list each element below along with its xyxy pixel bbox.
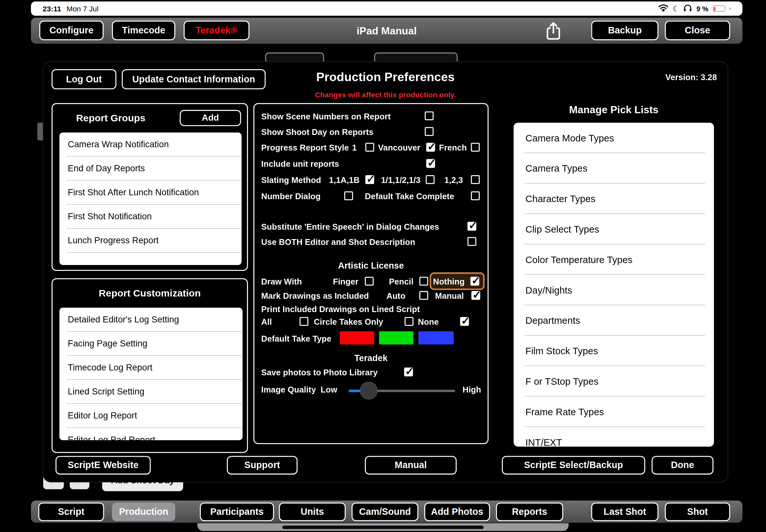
report-groups-panel: Report Groups Add Camera Wrap Notificati… <box>52 103 248 271</box>
pick-list-item[interactable]: Clip Select Types <box>514 214 714 245</box>
include-unit-reports-checkbox[interactable] <box>426 159 435 168</box>
report-customization-title: Report Customization <box>53 288 247 299</box>
draw-finger-checkbox[interactable] <box>365 277 373 285</box>
pick-list-item[interactable]: Camera Mode Types <box>514 123 714 153</box>
pick-list-item[interactable]: Day/Nights <box>514 275 714 305</box>
pref-label: Mark Drawings as Included <box>261 292 369 301</box>
teradek-button[interactable]: Teradek® <box>184 21 249 41</box>
artistic-license-header: Artistic License <box>254 260 488 271</box>
report-groups-list: Camera Wrap Notification End of Day Repo… <box>59 132 241 265</box>
pref-label: Show Scene Numbers on Report <box>261 112 391 122</box>
option-label: 1 <box>352 143 357 153</box>
pick-list-item[interactable]: Frame Rate Types <box>514 396 714 427</box>
list-item[interactable]: End of Day Reports <box>59 157 241 181</box>
list-item[interactable]: Lunch Progress Report <box>59 229 241 253</box>
option-label: Auto <box>387 292 406 301</box>
list-item[interactable]: Lined Script Setting <box>59 380 242 404</box>
pick-list-item[interactable]: F or TStop Types <box>514 366 714 397</box>
list-item[interactable]: Editor Log Pad Report <box>59 428 242 440</box>
tab-production[interactable]: Production <box>112 502 175 521</box>
mark-auto-checkbox[interactable] <box>420 291 428 300</box>
clock: 23:11 <box>43 5 61 13</box>
pick-list-item[interactable]: Color Temperature Types <box>514 244 714 275</box>
pref-label: Print Included Drawings on Lined Script <box>261 305 420 314</box>
slating-1-checkbox[interactable] <box>365 175 374 184</box>
slating-2-checkbox[interactable] <box>426 175 435 184</box>
backup-button[interactable]: Backup <box>591 21 658 41</box>
pick-list-item[interactable]: INT/EXT <box>514 427 714 447</box>
add-report-group-button[interactable]: Add <box>180 110 241 126</box>
tab-units[interactable]: Units <box>279 502 346 521</box>
tab-cam-sound[interactable]: Cam/Sound <box>351 502 419 521</box>
image-quality-slider[interactable] <box>348 390 455 392</box>
battery-percent: 9 % <box>697 5 708 12</box>
print-none-checkbox[interactable] <box>460 317 469 326</box>
scripte-website-button[interactable]: ScriptE Website <box>55 456 151 474</box>
style-1-checkbox[interactable] <box>365 143 374 151</box>
pref-label: Show Shoot Day on Reports <box>261 127 373 137</box>
report-groups-title: Report Groups <box>76 112 145 124</box>
list-item[interactable]: Detailed Editor's Log Setting <box>59 308 242 332</box>
screen: Add Shoot Day 23:11 Mon 7 Jul ☾ <box>0 0 766 532</box>
teradek-header: Teradek <box>254 353 488 364</box>
version-label: Version: 3.28 <box>665 73 717 82</box>
pick-list-item[interactable]: Departments <box>514 305 714 336</box>
pick-list-item[interactable]: Character Types <box>514 184 714 214</box>
home-indicator[interactable] <box>282 526 484 529</box>
pref-label: Include unit reports <box>261 160 339 169</box>
pick-list-item[interactable]: Camera Types <box>514 153 714 184</box>
list-item[interactable]: Editor Log Report <box>59 404 242 428</box>
french-checkbox[interactable] <box>471 143 480 151</box>
list-item[interactable]: First Shot After Lunch Notification <box>59 181 241 205</box>
dialog-title: Production Preferences <box>43 70 728 84</box>
slating-3-checkbox[interactable] <box>471 175 480 184</box>
share-icon[interactable] <box>545 21 562 43</box>
list-item[interactable]: Camera Wrap Notification <box>59 132 241 156</box>
save-photos-checkbox[interactable] <box>404 368 413 376</box>
preferences-panel: Show Scene Numbers on Report Show Shoot … <box>253 103 489 444</box>
pref-label: Default Take Type <box>261 334 331 344</box>
scripte-select-backup-button[interactable]: ScriptE Select/Backup <box>502 456 645 474</box>
pref-label: Substitute 'Entire Speech' in Dialog Cha… <box>261 222 439 232</box>
close-button[interactable]: Close <box>665 21 730 41</box>
show-shoot-day-checkbox[interactable] <box>425 127 434 136</box>
support-button[interactable]: Support <box>227 456 298 474</box>
manual-button[interactable]: Manual <box>365 456 457 474</box>
list-item[interactable]: First Shot Notification <box>59 205 241 229</box>
draw-nothing-checkbox[interactable] <box>470 277 479 285</box>
warning-text: Changes will affect this production only… <box>43 90 728 99</box>
tab-script[interactable]: Script <box>38 502 104 521</box>
circle-takes-checkbox[interactable] <box>405 317 414 326</box>
mark-manual-checkbox[interactable] <box>471 291 480 300</box>
tab-add-photos[interactable]: Add Photos <box>424 502 490 521</box>
report-customization-list: Detailed Editor's Log Setting Facing Pag… <box>59 308 242 440</box>
print-all-checkbox[interactable] <box>299 317 308 326</box>
draw-pencil-checkbox[interactable] <box>420 277 428 285</box>
number-dialog-checkbox[interactable] <box>344 191 353 200</box>
take-type-blue-swatch[interactable] <box>419 331 454 345</box>
pick-list-item[interactable]: Film Stock Types <box>514 336 714 366</box>
default-take-complete-checkbox[interactable] <box>471 191 480 200</box>
image-quality-thumb[interactable] <box>360 382 377 399</box>
take-type-red-swatch[interactable] <box>340 331 374 345</box>
configure-button[interactable]: Configure <box>39 21 103 41</box>
timecode-button[interactable]: Timecode <box>112 21 175 41</box>
production-preferences-dialog: Log Out Update Contact Information Produ… <box>43 62 728 482</box>
list-item[interactable]: Facing Page Setting <box>59 332 242 356</box>
done-button[interactable]: Done <box>652 456 714 474</box>
pref-label: Use BOTH Editor and Shot Description <box>261 237 415 247</box>
vancouver-checkbox[interactable] <box>426 143 435 151</box>
show-scene-numbers-checkbox[interactable] <box>425 111 434 120</box>
pref-label: Progress Report Style <box>261 143 349 153</box>
option-label: Circle Takes Only <box>314 318 383 327</box>
tab-last-shot[interactable]: Last Shot <box>591 502 658 521</box>
pref-label: Save photos to Photo Library <box>261 368 378 378</box>
tab-participants[interactable]: Participants <box>200 502 274 521</box>
tab-reports[interactable]: Reports <box>496 502 563 521</box>
status-bar: 23:11 Mon 7 Jul ☾ 9 % <box>31 2 742 16</box>
tab-shot[interactable]: Shot <box>665 502 730 521</box>
list-item[interactable]: Timecode Log Report <box>59 356 242 380</box>
take-type-green-swatch[interactable] <box>379 331 414 345</box>
use-both-editor-checkbox[interactable] <box>468 237 476 246</box>
substitute-entire-speech-checkbox[interactable] <box>468 222 476 231</box>
